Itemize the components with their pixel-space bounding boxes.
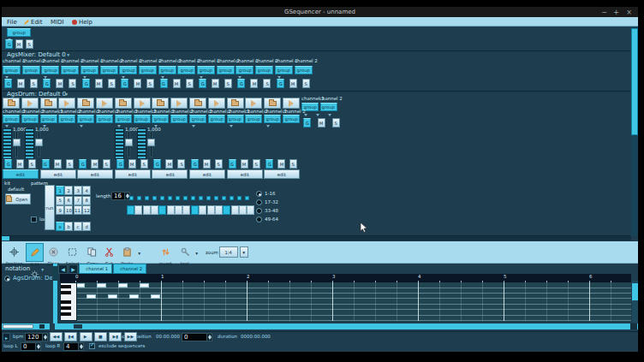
mute-button[interactable]: M — [134, 79, 141, 88]
expander-icon[interactable] — [80, 125, 83, 128]
group-button[interactable]: group — [170, 115, 188, 123]
pattern-step-button[interactable] — [199, 205, 206, 215]
pad-open-button[interactable] — [264, 98, 281, 109]
group-button[interactable]: group — [295, 66, 313, 74]
group-button[interactable]: group — [245, 115, 262, 123]
pattern-step-button[interactable] — [247, 205, 254, 215]
maximize-button[interactable]: + — [613, 9, 619, 16]
mute-button[interactable]: M — [212, 79, 219, 88]
pattern-step-button[interactable] — [151, 205, 158, 215]
pad-open-button[interactable] — [3, 98, 20, 109]
group-toggle-button[interactable]: G — [82, 79, 90, 88]
bank-letter-button[interactable]: b — [64, 222, 73, 231]
solo-button[interactable]: S — [224, 79, 232, 88]
zoom-combobox[interactable]: 1:4 — [219, 246, 238, 258]
pad-open-button[interactable] — [115, 98, 132, 109]
edit-button[interactable]: edit — [77, 169, 113, 179]
edit-button[interactable]: edit — [227, 169, 263, 179]
tool-dropdown-icon[interactable]: ▾ — [195, 251, 198, 256]
cut-button[interactable]: Cut — [102, 243, 116, 262]
expander-icon[interactable] — [5, 125, 9, 128]
menu-midi[interactable]: MIDI — [51, 19, 64, 26]
expander-icon[interactable] — [304, 114, 307, 116]
pad-play-button[interactable] — [283, 98, 300, 109]
fader-handle[interactable] — [35, 139, 43, 146]
mute-button[interactable]: M — [289, 79, 297, 88]
bank-index-button[interactable]: 1 — [56, 186, 64, 195]
pad-play-button[interactable] — [245, 98, 262, 109]
pad-play-button[interactable] — [208, 98, 225, 109]
panel-hscrollbar-thumb[interactable] — [3, 324, 33, 329]
group-toggle-button[interactable]: G — [265, 159, 273, 169]
edit-button[interactable]: Edit — [26, 243, 44, 262]
loop-left-spinbox[interactable]: 0 — [21, 342, 36, 351]
piano-key-black[interactable] — [61, 300, 71, 304]
pad-open-button[interactable] — [40, 98, 57, 109]
bank-index-button[interactable]: 4 — [82, 186, 91, 195]
machines-hscrollbar[interactable] — [2, 236, 631, 240]
group-toggle-button[interactable]: G — [229, 159, 236, 169]
group-button[interactable]: group — [275, 66, 293, 74]
pattern-step-button[interactable] — [231, 205, 239, 215]
group-toggle-button[interactable]: G — [4, 79, 12, 88]
mute-button[interactable]: M — [250, 79, 258, 88]
notation-grid[interactable] — [75, 282, 631, 321]
pad-play-button[interactable] — [58, 98, 75, 109]
group-button[interactable]: group — [40, 115, 57, 123]
drum-header[interactable]: AgsDrum: Default 0 — [7, 91, 66, 98]
group-toggle-button[interactable]: G — [4, 159, 12, 169]
solo-button[interactable]: S — [30, 79, 38, 88]
solo-button[interactable]: S — [69, 79, 76, 88]
open-button[interactable]: Open — [5, 193, 31, 205]
bank-index-button[interactable]: 2 — [64, 186, 73, 195]
expander-icon[interactable] — [328, 114, 331, 116]
solo-button[interactable]: S — [146, 79, 154, 88]
solo-button[interactable]: S — [140, 159, 148, 169]
mute-button[interactable]: M — [16, 159, 24, 169]
bank-index-button[interactable]: 8 — [82, 196, 91, 205]
bpm-spinbox[interactable]: 120 — [25, 333, 43, 341]
notation-right-vscrollbar-thumb[interactable] — [632, 283, 638, 300]
group-button[interactable]: group — [115, 115, 132, 123]
edit-button[interactable]: edit — [40, 169, 76, 179]
expander-icon[interactable] — [266, 125, 270, 128]
solo-button[interactable]: S — [332, 118, 340, 128]
nav-right-button[interactable]: ▶ — [69, 264, 78, 274]
bank-index-button[interactable]: 12 — [82, 205, 91, 215]
invert-button[interactable]: invert — [156, 243, 176, 262]
solo-button[interactable]: S — [263, 79, 271, 88]
group-button[interactable]: group — [320, 103, 337, 111]
solo-button[interactable]: S — [108, 79, 116, 88]
select-button[interactable]: Select — [63, 243, 82, 262]
group-button[interactable]: group — [208, 115, 225, 123]
group-toggle-button[interactable]: G — [191, 159, 199, 169]
pattern-step-button[interactable] — [191, 205, 199, 215]
note[interactable] — [86, 294, 96, 299]
notation-left-vscrollbar-thumb[interactable] — [53, 266, 57, 281]
group-button[interactable]: group — [139, 66, 157, 74]
menu-edit[interactable]: Edit — [31, 19, 43, 26]
group-button[interactable]: group — [3, 66, 21, 74]
group-button[interactable]: group — [264, 115, 281, 123]
pad-play-button[interactable] — [21, 98, 39, 109]
panel-hscrollbar-button[interactable] — [39, 323, 45, 329]
group-toggle-button[interactable]: G — [160, 79, 168, 88]
notation-hscrollbar-thumb[interactable] — [74, 324, 82, 329]
group-button[interactable]: group — [58, 115, 75, 123]
paste-button[interactable]: Paste — [117, 243, 136, 262]
group-button[interactable]: group — [158, 66, 176, 74]
minimize-button[interactable]: − — [601, 9, 607, 16]
group-button[interactable]: group — [41, 66, 59, 74]
group-button[interactable]: group — [119, 66, 137, 74]
pad-open-button[interactable] — [189, 98, 206, 109]
menu-help[interactable]: Help — [79, 19, 92, 26]
bank-index-button[interactable]: 3 — [74, 186, 82, 195]
drum-loop-checkbox[interactable] — [31, 217, 37, 223]
group-button[interactable]: group — [227, 115, 244, 123]
note[interactable] — [129, 294, 139, 299]
pattern-step-button[interactable] — [143, 205, 151, 215]
mute-button[interactable]: M — [95, 79, 103, 88]
pad-open-button[interactable] — [77, 98, 94, 109]
group-toggle-button[interactable]: G — [5, 39, 13, 49]
fader-handle[interactable] — [13, 139, 21, 146]
